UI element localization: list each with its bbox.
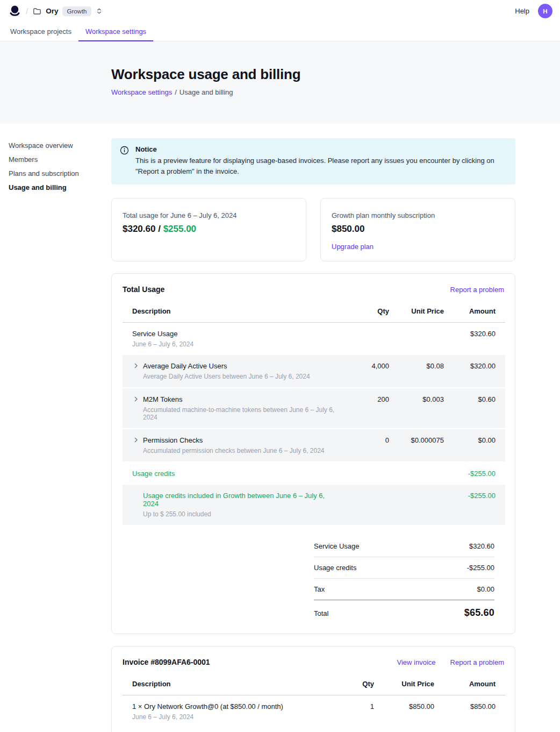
chevron-right-icon[interactable]	[132, 437, 139, 444]
invoice-table-header-row: Description Qty Unit Price Amount	[123, 674, 505, 695]
row-amount: $0.60	[454, 388, 505, 429]
sidebar-item-usage-and-billing[interactable]: Usage and billing	[9, 183, 111, 191]
main-content: Notice This is a preview feature for dis…	[111, 138, 515, 732]
workspace-switcher[interactable]: Ory Growth	[33, 6, 102, 16]
summary-row-tax: Tax $0.00	[314, 579, 494, 600]
summary-row-usage-credits: Usage credits -$255.00	[314, 557, 494, 579]
col-amount: Amount	[454, 302, 505, 323]
row-subtitle: June 6 – July 6, 2024	[132, 713, 336, 721]
view-invoice-link[interactable]: View invoice	[397, 658, 436, 666]
summary-amount: -$255.00	[467, 564, 494, 572]
settings-sidebar: Workspace overview Members Plans and sub…	[9, 138, 111, 732]
row-title: Usage credits included in Growth between…	[143, 492, 340, 508]
row-amount: $0.00	[454, 429, 505, 462]
total-usage-panel: Total Usage Report a problem Description…	[111, 273, 515, 634]
plan-badge: Growth	[62, 6, 91, 16]
chevron-right-icon[interactable]	[132, 363, 139, 369]
workspace-name: Ory	[46, 7, 58, 15]
invoice-table: Description Qty Unit Price Amount 1 × Or…	[123, 674, 505, 728]
invoice-panel-header: Invoice #8099AFA6-0001 View invoice Repo…	[112, 646, 515, 674]
col-description: Description	[123, 302, 349, 323]
row-subtitle: Accumulated machine-to-machine tokens be…	[143, 406, 340, 421]
topbar-left: / Ory Growth	[9, 5, 103, 17]
notice-banner: Notice This is a preview feature for dis…	[111, 138, 515, 184]
col-qty: Qty	[346, 674, 384, 695]
breadcrumb-link-workspace-settings[interactable]: Workspace settings	[111, 88, 172, 96]
page-title: Workspace usage and billing	[111, 66, 560, 83]
subscription-card: Growth plan monthly subscription $850.00…	[320, 198, 515, 261]
tab-workspace-settings[interactable]: Workspace settings	[78, 22, 153, 41]
workspace-tabs: Workspace projects Workspace settings	[0, 22, 560, 41]
row-amount: $850.00	[444, 695, 505, 728]
row-title: 1 × Ory Network Growth@0 (at $850.00 / m…	[132, 702, 336, 710]
row-amount: -$255.00	[454, 485, 505, 525]
notice-content: Notice This is a preview feature for dis…	[135, 145, 506, 177]
sidebar-item-members[interactable]: Members	[9, 155, 111, 164]
breadcrumb-separator: /	[175, 88, 177, 96]
subscription-label: Growth plan monthly subscription	[332, 211, 504, 219]
col-description: Description	[123, 674, 346, 695]
topbar-right: Help H	[515, 4, 552, 18]
row-title: Average Daily Active Users	[143, 362, 310, 370]
summary-amount: $0.00	[477, 585, 494, 593]
invoice-panel: Invoice #8099AFA6-0001 View invoice Repo…	[111, 646, 515, 732]
usage-panel-header: Total Usage Report a problem	[112, 274, 515, 302]
total-label: Total	[314, 609, 328, 617]
total-amount: $65.60	[464, 607, 494, 619]
row-qty: 200	[349, 388, 399, 429]
summary-amount: $320.60	[469, 542, 494, 550]
sidebar-item-plans-and-subscription[interactable]: Plans and subscription	[9, 169, 111, 177]
breadcrumb-current: Usage and billing	[180, 88, 233, 96]
breadcrumb: Workspace settings / Usage and billing	[111, 88, 560, 96]
summary-label: Usage credits	[314, 564, 356, 572]
sidebar-item-workspace-overview[interactable]: Workspace overview	[9, 141, 111, 150]
content-layout: Workspace overview Members Plans and sub…	[0, 124, 560, 732]
notice-body: This is a preview feature for displaying…	[135, 155, 506, 177]
usage-summary: Service Usage $320.60 Usage credits -$25…	[314, 536, 494, 620]
row-amount: $320.60	[454, 323, 505, 356]
row-unit-price: $0.000075	[399, 429, 454, 462]
row-title: Service Usage	[132, 330, 340, 338]
col-unit-price: Unit Price	[384, 674, 444, 695]
col-unit-price: Unit Price	[399, 302, 454, 323]
summary-cards: Total usage for June 6 – July 6, 2024 $3…	[111, 198, 515, 261]
row-amount: $320.00	[454, 355, 505, 388]
row-title: Permission Checks	[143, 436, 325, 444]
usage-row-service-usage: Service Usage June 6 – July 6, 2024 $320…	[123, 323, 505, 356]
row-subtitle: Accumulated permission checks between Ju…	[143, 447, 325, 454]
row-subtitle: June 6 – July 6, 2024	[132, 340, 340, 348]
row-subtitle: Average Daily Active Users between June …	[143, 373, 310, 380]
row-qty: 1	[346, 695, 384, 728]
row-unit-price: $0.003	[399, 388, 454, 429]
usage-row-average-daily-active-users: Average Daily Active Users Average Daily…	[123, 355, 505, 388]
report-problem-link[interactable]: Report a problem	[450, 286, 504, 294]
row-qty: 0	[349, 429, 399, 462]
tab-workspace-projects[interactable]: Workspace projects	[3, 22, 78, 41]
avatar[interactable]: H	[538, 4, 552, 18]
row-title: M2M Tokens	[143, 395, 340, 403]
ory-logo[interactable]	[9, 5, 21, 17]
col-amount: Amount	[444, 674, 505, 695]
topbar: / Ory Growth Help H	[0, 0, 560, 22]
usage-table-header-row: Description Qty Unit Price Amount	[123, 302, 505, 323]
help-link[interactable]: Help	[515, 7, 529, 15]
row-subtitle: Up to $ 255.00 included	[143, 510, 340, 518]
row-unit-price: $0.08	[399, 355, 454, 388]
usage-row-usage-credits: Usage credits -$255.00	[123, 462, 505, 485]
upgrade-plan-link[interactable]: Upgrade plan	[332, 243, 374, 251]
usage-credit-amount: $255.00	[163, 224, 196, 234]
usage-row-permission-checks: Permission Checks Accumulated permission…	[123, 429, 505, 462]
usage-row-usage-credits-included: Usage credits included in Growth between…	[123, 485, 505, 525]
total-usage-label: Total usage for June 6 – July 6, 2024	[123, 211, 295, 219]
chevron-right-icon[interactable]	[132, 396, 139, 403]
folder-icon	[33, 7, 41, 16]
summary-label: Service Usage	[314, 542, 360, 550]
row-title: Usage credits	[132, 470, 340, 478]
summary-row-service-usage: Service Usage $320.60	[314, 536, 494, 557]
row-amount: -$255.00	[454, 462, 505, 485]
topbar-separator: /	[26, 6, 28, 16]
report-problem-link[interactable]: Report a problem	[450, 658, 504, 666]
col-qty: Qty	[349, 302, 399, 323]
usage-row-m2m-tokens: M2M Tokens Accumulated machine-to-machin…	[123, 388, 505, 429]
usage-amount-separator: /	[155, 224, 163, 234]
